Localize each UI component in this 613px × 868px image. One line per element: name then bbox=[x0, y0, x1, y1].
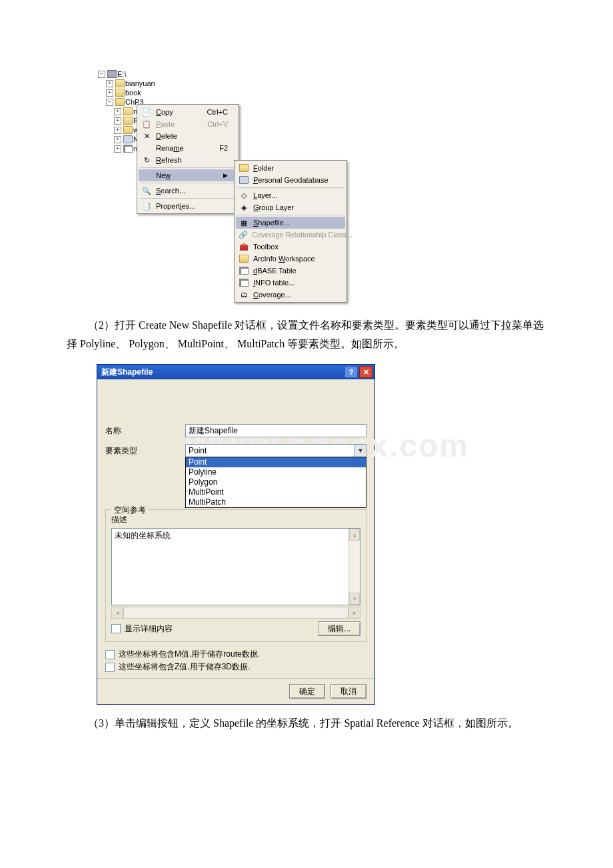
description-label: 描述 bbox=[111, 514, 360, 525]
tree-label: E:\ bbox=[117, 69, 126, 79]
menu-separator bbox=[140, 167, 236, 168]
spatial-reference-group: 空间参考 描述 未知的坐标系统 ▴ ▾ ◂ ▸ 显示详细内容 bbox=[105, 509, 366, 642]
expand-icon[interactable]: + bbox=[114, 145, 121, 153]
show-detail-checkbox[interactable] bbox=[111, 624, 121, 633]
edit-button[interactable]: 编辑... bbox=[318, 621, 360, 636]
show-detail-label: 显示详细内容 bbox=[125, 623, 173, 635]
collapse-icon[interactable]: − bbox=[98, 71, 105, 78]
menu-separator bbox=[237, 187, 344, 188]
dropdown-option[interactable]: Point bbox=[186, 457, 366, 467]
menu-separator bbox=[140, 198, 236, 199]
m-values-checkbox[interactable] bbox=[105, 650, 115, 659]
menu-refresh[interactable]: ↻ Refresh bbox=[139, 154, 237, 166]
tree-root[interactable]: − E:\ bbox=[98, 69, 415, 79]
feature-type-dropdown: Point Polyline Polygon MultiPoint MultiP… bbox=[185, 457, 366, 508]
submenu-info-table[interactable]: INFO table... bbox=[236, 277, 345, 289]
geodatabase-icon bbox=[239, 175, 249, 185]
table-icon bbox=[123, 145, 133, 153]
z-values-checkbox[interactable] bbox=[105, 663, 115, 672]
shapefile-icon: ▦ bbox=[239, 218, 249, 227]
folder-icon bbox=[115, 98, 125, 106]
folder-icon bbox=[123, 117, 133, 125]
refresh-icon: ↻ bbox=[141, 155, 152, 165]
menu-copy[interactable]: 📄 CCopyopy Ctrl+C bbox=[139, 106, 237, 118]
new-submenu: Folder Personal Geodatabase ◇Layer... ◈G… bbox=[234, 160, 347, 303]
group-layer-icon: ◈ bbox=[239, 203, 249, 212]
submenu-shapefile[interactable]: ▦Shapefile... bbox=[236, 217, 345, 229]
scroll-left-icon[interactable]: ◂ bbox=[111, 607, 123, 619]
menu-separator bbox=[140, 183, 236, 183]
create-shapefile-dialog: 新建Shapefile ? ✕ WWW.bdocx.com 名称 要素类型 ▼ … bbox=[97, 364, 375, 705]
menu-search[interactable]: 🔍 Search... bbox=[139, 185, 237, 197]
paste-icon: 📋 bbox=[141, 119, 152, 129]
menu-rename[interactable]: Rename F2 bbox=[139, 142, 237, 154]
name-label: 名称 bbox=[105, 425, 185, 437]
coord-system-box: 未知的坐标系统 ▴ ▾ bbox=[111, 528, 360, 605]
geodatabase-icon bbox=[123, 135, 133, 143]
toolbox-icon: 🧰 bbox=[239, 242, 249, 251]
scroll-right-icon[interactable]: ▸ bbox=[348, 607, 360, 619]
search-icon: 🔍 bbox=[141, 186, 152, 195]
submenu-arcinfo-ws[interactable]: ArcInfo Workspace bbox=[236, 253, 345, 265]
table-icon bbox=[239, 266, 249, 275]
expand-icon[interactable]: + bbox=[114, 136, 121, 143]
folder-icon bbox=[239, 254, 249, 263]
scroll-down-icon[interactable]: ▾ bbox=[349, 593, 360, 605]
submenu-dbase[interactable]: dBASE Table bbox=[236, 265, 345, 277]
menu-paste: 📋 Paste Ctrl+V bbox=[139, 118, 237, 130]
z-values-label: 这些坐标将包含Z值.用于储存3D数据. bbox=[119, 661, 250, 673]
dialog-titlebar: 新建Shapefile ? ✕ bbox=[97, 365, 374, 379]
menu-new[interactable]: New ▶ bbox=[139, 169, 237, 181]
feature-type-select[interactable] bbox=[185, 444, 355, 457]
folder-icon bbox=[123, 126, 133, 134]
properties-icon: 📑 bbox=[141, 201, 152, 211]
context-menu: 📄 CCopyopy Ctrl+C 📋 Paste Ctrl+V ✕ Delet… bbox=[137, 104, 239, 214]
vertical-scrollbar[interactable]: ▴ ▾ bbox=[348, 529, 360, 605]
dropdown-button[interactable]: ▼ bbox=[354, 444, 366, 457]
coverage-icon: 🗂 bbox=[239, 290, 249, 299]
dropdown-option[interactable]: Polygon bbox=[186, 477, 366, 487]
scroll-up-icon[interactable]: ▴ bbox=[349, 529, 360, 541]
tree-item[interactable]: +bianyuan bbox=[106, 79, 415, 88]
expand-icon[interactable]: + bbox=[114, 117, 121, 125]
drive-icon bbox=[107, 70, 117, 78]
submenu-folder[interactable]: Folder bbox=[236, 162, 345, 174]
menu-separator bbox=[237, 215, 344, 215]
expand-icon[interactable]: + bbox=[114, 127, 121, 134]
menu-delete[interactable]: ✕ Delete bbox=[139, 130, 237, 142]
name-input[interactable] bbox=[185, 424, 366, 437]
close-button[interactable]: ✕ bbox=[359, 366, 372, 378]
submenu-coverage-rel: 🔗Coverage Relationship Class... bbox=[236, 229, 345, 241]
folder-icon bbox=[239, 163, 249, 173]
dropdown-option[interactable]: Polyline bbox=[186, 467, 366, 477]
cancel-button[interactable]: 取消 bbox=[330, 684, 366, 699]
delete-icon: ✕ bbox=[141, 131, 152, 141]
dropdown-option[interactable]: MultiPoint bbox=[186, 487, 366, 497]
expand-icon[interactable]: + bbox=[106, 89, 113, 97]
submenu-layer[interactable]: ◇Layer... bbox=[236, 189, 345, 201]
folder-icon bbox=[115, 79, 125, 87]
submenu-pgdb[interactable]: Personal Geodatabase bbox=[236, 174, 345, 186]
paragraph-2: （2）打开 Create New Shapefile 对话框，设置文件名称和要素… bbox=[67, 316, 546, 353]
menu-properties[interactable]: 📑 Properties... bbox=[139, 200, 237, 212]
spatial-ref-legend: 空间参考 bbox=[111, 505, 149, 516]
folder-icon bbox=[123, 107, 133, 115]
expand-icon[interactable]: + bbox=[106, 80, 113, 87]
relationship-icon: 🔗 bbox=[239, 230, 248, 239]
paragraph-3: （3）单击编辑按钮，定义 Shapefile 的坐标系统，打开 Spatial … bbox=[67, 714, 546, 733]
unknown-coord-system: 未知的坐标系统 bbox=[115, 531, 171, 540]
collapse-icon[interactable]: − bbox=[106, 99, 113, 106]
tree-item[interactable]: +book bbox=[106, 88, 415, 97]
submenu-group-layer[interactable]: ◈Group Layer bbox=[236, 201, 345, 213]
submenu-coverage[interactable]: 🗂Coverage... bbox=[236, 289, 345, 301]
help-button[interactable]: ? bbox=[344, 366, 358, 378]
feature-type-label: 要素类型 bbox=[105, 445, 185, 457]
expand-icon[interactable]: + bbox=[114, 108, 121, 115]
catalog-tree-figure: − E:\ +bianyuan +book −ChP3 +ne +Re +we … bbox=[97, 67, 416, 280]
horizontal-scrollbar[interactable]: ◂ ▸ bbox=[111, 607, 360, 619]
submenu-toolbox[interactable]: 🧰Toolbox bbox=[236, 241, 345, 253]
m-values-label: 这些坐标将包含M值.用于储存route数据. bbox=[119, 649, 260, 660]
ok-button[interactable]: 确定 bbox=[289, 684, 325, 699]
dropdown-option[interactable]: MultiPatch bbox=[186, 497, 366, 507]
copy-icon: 📄 bbox=[141, 107, 152, 117]
